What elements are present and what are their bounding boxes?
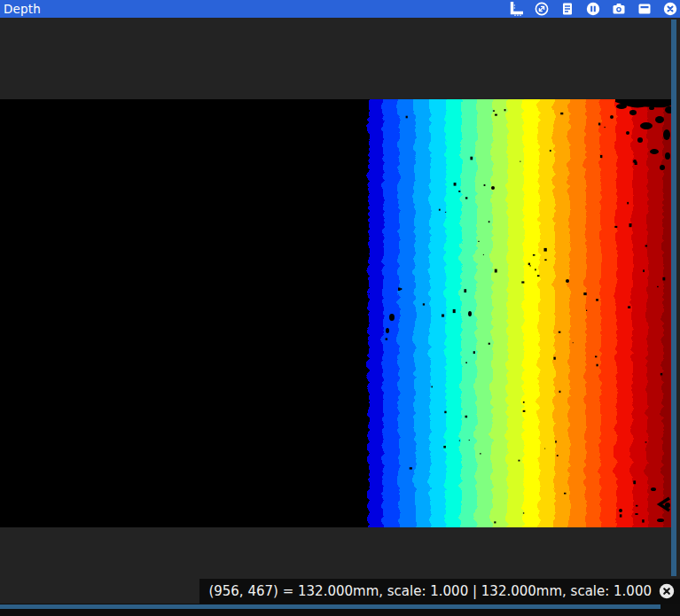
footer bbox=[0, 604, 680, 616]
maximize-button[interactable] bbox=[637, 2, 652, 16]
depth-stream-panel: Depth bbox=[0, 0, 680, 616]
metadata-button[interactable] bbox=[560, 2, 574, 16]
stream-viewport: (956, 467) = 132.000mm, scale: 1.000 | 1… bbox=[0, 18, 680, 604]
zoom-expand-icon bbox=[535, 2, 549, 16]
window-icon bbox=[637, 2, 652, 16]
pixel-readout: (956, 467) = 132.000mm, scale: 1.000 | 1… bbox=[208, 583, 652, 599]
ruler-icon bbox=[509, 2, 523, 16]
titlebar[interactable]: Depth bbox=[0, 0, 680, 18]
close-icon bbox=[659, 583, 675, 599]
close-icon bbox=[663, 2, 677, 16]
statusbar: (956, 467) = 132.000mm, scale: 1.000 | 1… bbox=[199, 579, 680, 604]
list-icon bbox=[560, 2, 574, 16]
snapshot-button[interactable] bbox=[612, 2, 626, 16]
camera-icon bbox=[612, 2, 626, 16]
panel-title: Depth bbox=[0, 0, 41, 18]
vertical-scrollbar[interactable] bbox=[671, 19, 676, 576]
pause-button[interactable] bbox=[586, 2, 600, 16]
statusbar-close-button[interactable] bbox=[659, 583, 675, 599]
measure-button[interactable] bbox=[509, 2, 523, 16]
pause-icon bbox=[586, 2, 600, 16]
depth-image[interactable] bbox=[0, 99, 671, 527]
titlebar-toolbar bbox=[509, 2, 680, 16]
close-button[interactable] bbox=[663, 2, 677, 16]
horizontal-scrollbar[interactable] bbox=[0, 604, 660, 609]
zoom-button[interactable] bbox=[535, 2, 549, 16]
depth-colormap-region bbox=[366, 99, 671, 527]
